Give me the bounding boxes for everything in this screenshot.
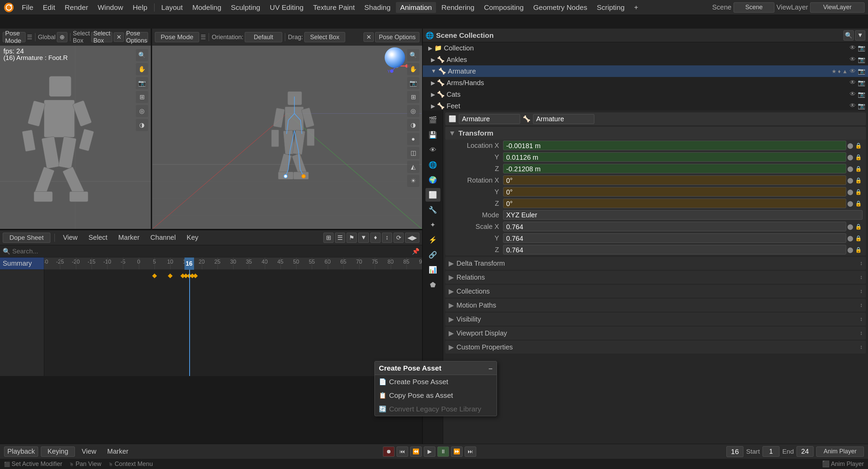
collection-render-icon[interactable]: 📷 — [858, 44, 865, 52]
armature-eye-icon[interactable]: 👁 — [850, 68, 856, 75]
dropdown-item-copy[interactable]: 📋 Copy Pose as Asset — [375, 389, 497, 402]
dope-icon-6[interactable]: ↕ — [382, 233, 392, 243]
tab-shading[interactable]: Shading — [360, 2, 395, 13]
location-z-anim-icon[interactable]: ⬤ — [846, 166, 854, 172]
current-frame-display[interactable]: 16 — [726, 446, 743, 457]
location-z-value[interactable]: -0.21208 m — [503, 164, 846, 173]
viewport-right-close[interactable]: ✕ — [364, 32, 374, 42]
delta-expand-icon[interactable]: ↕ — [860, 260, 863, 266]
rotation-x-value[interactable]: 0° — [503, 175, 846, 185]
dope-marker[interactable]: Marker — [114, 232, 144, 243]
dope-icon-5[interactable]: ♦ — [370, 233, 381, 243]
jump-end-btn[interactable]: ⏭ — [465, 447, 476, 457]
keying-menu[interactable]: Keying — [41, 447, 75, 457]
rotation-y-anim-icon[interactable]: ⬤ — [846, 189, 854, 195]
mode-selector-left[interactable]: Pose Mode — [3, 32, 26, 42]
scene-selector[interactable]: Scene — [734, 2, 774, 13]
pose-options-right[interactable]: Pose Options — [375, 32, 419, 42]
tab-add[interactable]: + — [630, 2, 642, 13]
marker-menu-playback[interactable]: Marker — [103, 446, 132, 457]
step-back-btn[interactable]: ⏪ — [410, 447, 422, 457]
feet-render-icon[interactable]: 📷 — [858, 102, 865, 110]
zoom-icon[interactable]: 🔍 — [136, 49, 148, 61]
outline-filter-icon[interactable]: ▼ — [855, 30, 865, 41]
pose-options-left[interactable]: Pose Options — [125, 32, 148, 42]
current-frame-indicator[interactable]: 16 — [184, 257, 194, 270]
rotation-z-lock[interactable]: 🔒 — [854, 200, 863, 207]
rotation-z-anim-icon[interactable]: ⬤ — [846, 200, 854, 207]
tab-animation[interactable]: Animation — [396, 2, 436, 13]
armshands-render-icon[interactable]: 📷 — [858, 79, 865, 87]
shader-ball-icon[interactable]: ● — [407, 133, 419, 145]
location-y-anim-icon[interactable]: ⬤ — [846, 154, 854, 160]
viewport-left[interactable]: Pose Mode ☰ Global ⊕ Select Box Select B… — [0, 29, 151, 230]
menu-item-window[interactable]: Window — [94, 2, 127, 13]
custom-properties-expand-icon[interactable]: ↕ — [860, 344, 863, 350]
prop-icon-material[interactable]: ⬟ — [425, 278, 440, 292]
play-btn[interactable]: ▶ — [424, 447, 435, 457]
outline-item-armshands[interactable]: ▶ 🦴 Arms/Hands 👁 📷 — [423, 77, 868, 89]
ankles-eye-icon[interactable]: 👁 — [850, 56, 856, 63]
motion-paths-expand-icon[interactable]: ↕ — [860, 302, 863, 308]
render-icon[interactable]: ☀ — [407, 175, 419, 187]
rotation-x-lock[interactable]: 🔒 — [854, 177, 863, 184]
collections-section[interactable]: ▶ Collections ↕ — [445, 285, 866, 298]
dope-icon-1[interactable]: ⊞ — [323, 233, 334, 243]
pause-btn[interactable]: ⏸ — [437, 447, 449, 457]
custom-properties-section[interactable]: ▶ Custom Properties ↕ — [445, 341, 866, 354]
armature-render-icon[interactable]: 📷 — [858, 67, 865, 75]
mode-selector-right[interactable]: Pose Mode — [155, 32, 199, 42]
tab-modeling[interactable]: Modeling — [188, 2, 225, 13]
scale-x-anim-icon[interactable]: ⬤ — [846, 223, 854, 230]
scale-z-value[interactable]: 0.764 — [503, 245, 846, 254]
camera-icon-right[interactable]: 📷 — [407, 77, 419, 89]
step-forward-btn[interactable]: ⏩ — [451, 447, 463, 457]
prop-icon-output[interactable]: 💾 — [425, 128, 440, 142]
viewport-display-expand-icon[interactable]: ↕ — [860, 330, 863, 336]
tab-sculpting[interactable]: Sculpting — [227, 2, 264, 13]
dope-icon-8[interactable]: ◀▶ — [405, 233, 419, 243]
hand-icon-right[interactable]: ✋ — [407, 63, 419, 75]
outline-search-icon[interactable]: 🔍 — [843, 30, 854, 41]
outline-item-armature[interactable]: ▼ 🦴 Armature ★ ♦ ▲ 👁 📷 — [423, 65, 868, 77]
prop-icon-constraints[interactable]: 🔗 — [425, 248, 440, 262]
view-layer-selector[interactable]: ViewLayer — [810, 2, 865, 13]
scale-x-value[interactable]: 0.764 — [503, 222, 846, 231]
scale-z-anim-icon[interactable]: ⬤ — [846, 247, 854, 253]
dope-icon-2[interactable]: ☰ — [335, 233, 345, 243]
start-frame-input[interactable]: 1 — [762, 446, 779, 457]
dope-icon-7[interactable]: ⟳ — [393, 233, 404, 243]
feet-eye-icon[interactable]: 👁 — [850, 102, 856, 110]
location-x-anim-icon[interactable]: ⬤ — [846, 142, 854, 149]
prop-icon-object[interactable]: ⬜ — [425, 188, 440, 202]
visibility-expand-icon[interactable]: ↕ — [860, 316, 863, 322]
eye-overlay-icon[interactable]: ◎ — [136, 105, 148, 117]
grid-icon[interactable]: ⊞ — [136, 91, 148, 103]
ankles-render-icon[interactable]: 📷 — [858, 56, 865, 63]
outline-item-feet[interactable]: ▶ 🦴 Feet 👁 📷 — [423, 100, 868, 110]
tab-uv-editing[interactable]: UV Editing — [266, 2, 308, 13]
scale-y-lock[interactable]: 🔒 — [854, 235, 863, 241]
prop-icon-modifiers[interactable]: 🔧 — [425, 203, 440, 217]
cats-eye-icon[interactable]: 👁 — [850, 91, 856, 98]
tab-geometry-nodes[interactable]: Geometry Nodes — [529, 2, 591, 13]
playback-menu[interactable]: Playback — [4, 447, 38, 457]
dropdown-item-create[interactable]: 📄 Create Pose Asset — [375, 375, 497, 389]
camera-icon[interactable]: 📷 — [136, 77, 148, 89]
view-menu-playback[interactable]: View — [78, 446, 100, 457]
menu-item-help[interactable]: Help — [129, 2, 151, 13]
dope-icon-3[interactable]: ⚑ — [347, 233, 357, 243]
prop-icon-scene[interactable]: 🌐 — [425, 158, 440, 172]
outline-item-collection[interactable]: ▶ 📁 Collection 👁 📷 — [423, 42, 868, 54]
rotation-x-anim-icon[interactable]: ⬤ — [846, 177, 854, 184]
object-name-input[interactable] — [459, 114, 520, 124]
tab-compositing[interactable]: Compositing — [480, 2, 528, 13]
prop-icon-world[interactable]: 🌍 — [425, 173, 440, 187]
menu-item-edit[interactable]: Edit — [39, 2, 59, 13]
motion-paths-section[interactable]: ▶ Motion Paths ↕ — [445, 299, 866, 312]
end-frame-input[interactable]: 24 — [797, 446, 814, 457]
prop-icon-particles[interactable]: ✦ — [425, 218, 440, 232]
hand-icon[interactable]: ✋ — [136, 63, 148, 75]
keyframe-5[interactable] — [152, 273, 157, 278]
material-icon[interactable]: ◭ — [407, 161, 419, 173]
